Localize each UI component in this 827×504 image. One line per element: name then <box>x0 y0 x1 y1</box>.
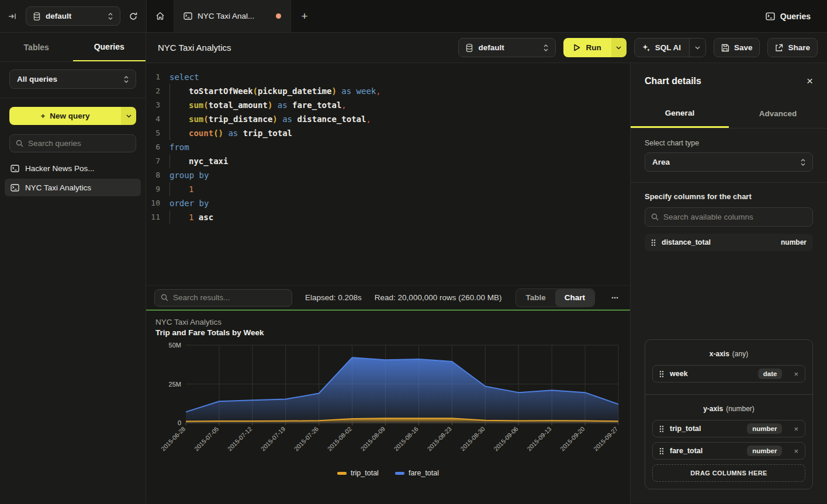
column-type: number <box>781 238 807 246</box>
queries-shortcut-label: Queries <box>780 12 811 21</box>
database-select[interactable]: default <box>458 38 556 57</box>
refresh-icon[interactable] <box>129 12 138 21</box>
indent-guide <box>169 210 189 224</box>
svg-text:2015-07-19: 2015-07-19 <box>259 425 287 453</box>
line-number: 10 <box>146 196 160 210</box>
sql-ai-dropdown[interactable] <box>689 39 705 57</box>
indent-guide <box>169 98 189 112</box>
query-icon <box>11 165 19 172</box>
x-axis-column-week[interactable]: week date × <box>652 365 805 383</box>
tab-tables[interactable]: Tables <box>0 33 73 61</box>
column-distance-total[interactable]: distance_total number <box>645 234 813 251</box>
plus-icon: + <box>40 112 45 120</box>
line-number: 4 <box>146 112 160 126</box>
run-button[interactable]: Run <box>563 38 626 57</box>
share-button[interactable]: Share <box>767 38 818 57</box>
query-icon <box>11 184 19 192</box>
more-options-icon[interactable]: ··· <box>608 293 622 303</box>
top-bar: default NYC Taxi Anal... + <box>0 0 827 33</box>
column-type-badge: number <box>747 446 782 456</box>
code-line[interactable]: 10order by <box>146 196 630 210</box>
drag-handle-icon[interactable] <box>651 239 656 246</box>
remove-column-icon[interactable]: × <box>794 447 798 456</box>
legend-item-trip_total[interactable]: trip_total <box>337 469 379 477</box>
svg-text:2015-08-16: 2015-08-16 <box>392 425 420 453</box>
tab-general[interactable]: General <box>631 99 729 128</box>
search-queries-input[interactable] <box>28 139 130 148</box>
svg-text:50M: 50M <box>169 342 181 349</box>
x-axis-constraint: (any) <box>732 350 748 358</box>
drag-handle-icon[interactable] <box>659 370 664 378</box>
column-name: trip_total <box>670 425 701 433</box>
sql-ai-button[interactable]: SQL AI <box>634 38 706 57</box>
list-item-label: NYC Taxi Analytics <box>25 183 91 192</box>
code-line[interactable]: 3sum(total_amount) as fare_total, <box>146 98 630 112</box>
queries-filter-value: All queries <box>17 75 57 84</box>
line-number: 8 <box>146 168 160 182</box>
drag-handle-icon[interactable] <box>659 447 664 455</box>
remove-column-icon[interactable]: × <box>794 425 798 433</box>
play-icon <box>573 44 580 51</box>
unsaved-dot <box>276 13 281 19</box>
run-options-dropdown[interactable] <box>611 38 627 57</box>
queries-shortcut[interactable]: Queries <box>749 0 827 32</box>
new-query-button[interactable]: + New query <box>9 107 136 125</box>
drag-handle-icon[interactable] <box>659 425 664 433</box>
queries-filter-select[interactable]: All queries <box>9 69 136 89</box>
tab-strip: NYC Taxi Anal... + Queries <box>146 0 827 32</box>
new-query-dropdown[interactable] <box>121 107 136 125</box>
new-tab-button[interactable]: + <box>291 0 318 32</box>
column-type-badge: date <box>758 369 783 379</box>
code-line[interactable]: 2toStartOfWeek(pickup_datetime) as week, <box>146 84 630 98</box>
area-chart[interactable]: 025M50M2015-06-282015-07-052015-07-12201… <box>155 340 621 465</box>
svg-text:0: 0 <box>178 419 181 426</box>
svg-text:2015-07-05: 2015-07-05 <box>193 425 220 453</box>
drag-columns-dropzone[interactable]: DRAG COLUMNS HERE <box>652 464 805 482</box>
legend-item-fare_total[interactable]: fare_total <box>395 469 439 477</box>
list-item-hacker-news[interactable]: Hacker News Pos... <box>5 159 141 177</box>
x-axis-section: x-axis(any) week date × <box>645 340 812 394</box>
save-button[interactable]: Save <box>714 38 760 57</box>
code-line[interactable]: 7nyc_taxi <box>146 154 630 168</box>
tab-home[interactable] <box>147 0 174 32</box>
toggle-table[interactable]: Table <box>516 289 555 307</box>
code-line[interactable]: 1select <box>146 70 630 84</box>
svg-text:2015-08-30: 2015-08-30 <box>459 425 486 453</box>
tab-advanced[interactable]: Advanced <box>729 99 827 128</box>
code-line[interactable]: 111 asc <box>146 210 630 224</box>
svg-text:25M: 25M <box>169 381 181 388</box>
code-line[interactable]: 8group by <box>146 168 630 182</box>
close-icon[interactable]: × <box>807 75 813 88</box>
indent-guide <box>169 154 189 168</box>
list-item-nyc-taxi[interactable]: NYC Taxi Analytics <box>5 179 141 196</box>
tab-queries[interactable]: Queries <box>73 33 146 61</box>
chart-type-select[interactable]: Area <box>645 152 813 172</box>
code-line[interactable]: 91 <box>146 182 630 196</box>
new-query-label: New query <box>50 112 89 120</box>
y-axis-column-fare-total[interactable]: fare_total number × <box>652 442 805 460</box>
y-axis-title: y-axis <box>703 405 723 413</box>
code-line[interactable]: 4sum(trip_distance) as distance_total, <box>146 112 630 126</box>
toggle-chart[interactable]: Chart <box>555 289 594 307</box>
tab-nyc-taxi-analytics[interactable]: NYC Taxi Anal... <box>174 0 291 32</box>
search-results-input[interactable] <box>173 293 286 302</box>
search-icon <box>651 213 659 221</box>
home-icon <box>155 12 165 20</box>
topbar-database-select[interactable]: default <box>26 6 120 26</box>
y-axis-column-trip-total[interactable]: trip_total number × <box>652 420 805 437</box>
chart-section: NYC Taxi Analytics Trip and Fare Totals … <box>146 311 630 503</box>
sql-editor[interactable]: 1select2toStartOfWeek(pickup_datetime) a… <box>146 63 630 285</box>
search-icon <box>161 294 168 301</box>
sidebar: Tables Queries All queries + New query <box>0 33 146 503</box>
top-bar-left: default <box>0 0 146 32</box>
collapse-sidebar-icon[interactable] <box>8 12 18 20</box>
svg-text:2015-09-27: 2015-09-27 <box>592 425 620 453</box>
search-columns-input[interactable] <box>663 213 807 221</box>
code-line[interactable]: 6from <box>146 140 630 154</box>
legend-swatch <box>337 472 347 475</box>
database-icon <box>466 44 473 52</box>
remove-column-icon[interactable]: × <box>794 370 798 378</box>
code-line[interactable]: 5count() as trip_total <box>146 126 630 140</box>
panel-tabs: General Advanced <box>631 99 827 128</box>
axes-config-box: x-axis(any) week date × <box>645 339 813 489</box>
